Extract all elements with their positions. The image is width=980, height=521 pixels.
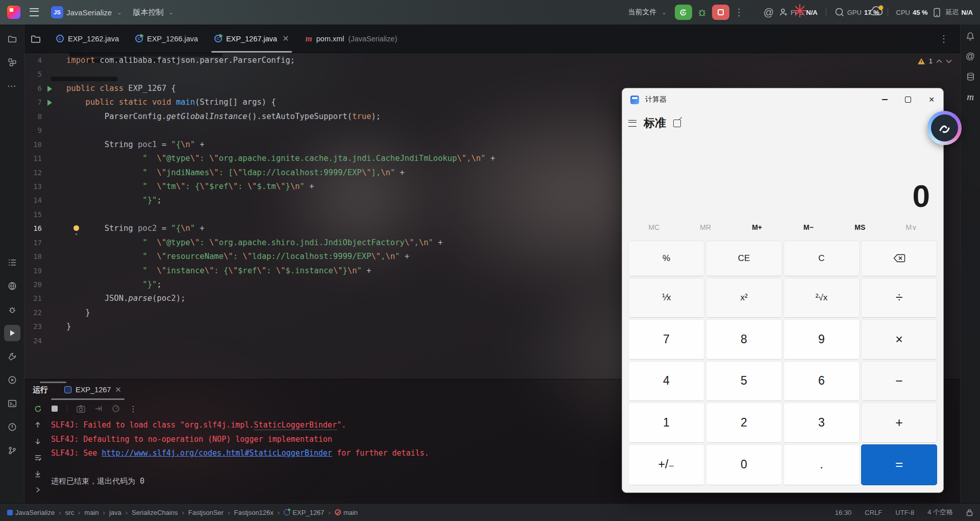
line-number[interactable]: 7	[24, 96, 42, 109]
tab-close-icon[interactable]: ✕	[282, 34, 289, 43]
ai-assistant-icon[interactable]: @	[966, 51, 975, 62]
select-in-project-icon[interactable]	[31, 34, 41, 44]
run-line-icon[interactable]	[42, 96, 57, 109]
indent-setting[interactable]: 4 个空格	[927, 508, 953, 517]
calc-key-3[interactable]: 3	[783, 402, 860, 443]
breadcrumb-item[interactable]: main	[84, 509, 99, 516]
scroll-to-end-icon[interactable]	[34, 470, 41, 478]
run-tool-icon[interactable]	[4, 325, 20, 341]
build-tool-icon[interactable]	[4, 348, 20, 365]
console-more-icon[interactable]: ⋮	[129, 404, 137, 414]
calc-key-−[interactable]: −	[861, 361, 937, 401]
close-icon[interactable]: ✕	[115, 385, 121, 394]
line-number[interactable]: 24	[24, 334, 42, 348]
minimize-button[interactable]	[873, 88, 896, 111]
keep-on-top-icon[interactable]	[673, 120, 681, 127]
cursor-position[interactable]: 16:30	[835, 509, 852, 516]
line-number[interactable]: 9	[24, 124, 42, 137]
calc-key-6[interactable]: 6	[783, 361, 860, 401]
structure-tool-icon[interactable]	[4, 54, 20, 70]
editor-tab[interactable]: CEXP_1262.java	[48, 25, 127, 53]
line-number[interactable]: 19	[24, 264, 42, 278]
tab-options-icon[interactable]: ⋮	[939, 33, 949, 44]
line-number[interactable]: 14	[24, 194, 42, 207]
maximize-button[interactable]	[896, 88, 920, 111]
calc-memory-ms[interactable]: MS	[834, 223, 886, 231]
line-number[interactable]: 15	[24, 208, 42, 222]
calc-key-x²[interactable]: x²	[706, 278, 782, 318]
line-number[interactable]: 4	[24, 54, 42, 67]
calc-key-CE[interactable]: CE	[706, 241, 782, 276]
calculator-menu-icon[interactable]	[628, 120, 636, 127]
run-line-icon[interactable]	[42, 82, 57, 96]
services-tool-icon[interactable]	[4, 372, 20, 388]
calc-key-backspace[interactable]	[861, 241, 937, 276]
main-menu-icon[interactable]	[30, 8, 39, 16]
breadcrumb-item[interactable]: Fastjson126x	[234, 509, 273, 516]
project-tool-icon[interactable]	[4, 31, 20, 47]
calc-memory-m−[interactable]: M−	[782, 223, 834, 231]
line-number[interactable]: 16	[24, 222, 42, 235]
line-number[interactable]: 21	[24, 292, 42, 305]
breadcrumb-item[interactable]: JavaSerialize	[7, 509, 55, 516]
line-number[interactable]: 11	[24, 152, 42, 165]
debug-button[interactable]	[697, 8, 707, 17]
calc-key-2[interactable]: 2	[706, 402, 782, 443]
line-number[interactable]: 10	[24, 138, 42, 152]
line-number[interactable]: 18	[24, 250, 42, 264]
vcs-menu[interactable]: 版本控制 ⌄	[130, 6, 176, 19]
calculator-titlebar[interactable]: 计算器 ✕	[622, 88, 943, 111]
line-number[interactable]: 17	[24, 236, 42, 250]
calc-key-9[interactable]: 9	[783, 319, 860, 360]
line-number[interactable]: 20	[24, 278, 42, 292]
breadcrumb-item[interactable]: SerializeChains	[132, 509, 178, 516]
console-text[interactable]: StaticLoggerBinder	[254, 420, 337, 430]
plugins-tool-icon[interactable]	[4, 301, 20, 318]
lock-icon[interactable]	[966, 509, 973, 516]
inspection-widget[interactable]: 1	[917, 57, 952, 65]
swirl-icon[interactable]: @	[764, 7, 774, 18]
notifications-icon[interactable]	[966, 32, 975, 41]
more-tools-icon[interactable]: ⋯	[4, 78, 20, 94]
maven-tool-icon[interactable]: m	[967, 91, 974, 103]
code-line[interactable]: 4import com.alibaba.fastjson.parser.Pars…	[24, 54, 960, 67]
endpoints-tool-icon[interactable]	[4, 278, 20, 294]
line-number[interactable]: 8	[24, 110, 42, 124]
problems-tool-icon[interactable]	[4, 419, 20, 435]
git-tool-icon[interactable]	[4, 442, 20, 459]
editor-tab[interactable]: CEXP_1267.java✕	[206, 25, 297, 53]
breadcrumb-item[interactable]: main	[335, 509, 358, 516]
breadcrumb-item[interactable]: src	[65, 509, 74, 516]
calc-key-×[interactable]: ×	[861, 319, 937, 360]
calc-memory-m+[interactable]: M+	[731, 223, 783, 231]
calc-key-+[interactable]: +	[861, 402, 937, 443]
run-tab[interactable]: EXP_1267 ✕	[61, 380, 125, 400]
close-button[interactable]: ✕	[920, 88, 943, 111]
breadcrumb-item[interactable]: EXP_1267	[284, 509, 324, 516]
project-selector[interactable]: JS JavaSerialize ⌄	[48, 4, 125, 20]
line-number[interactable]: 6	[24, 82, 42, 96]
intellij-logo-icon[interactable]	[7, 6, 20, 19]
screenshot-button[interactable]	[77, 405, 85, 413]
calc-key-1[interactable]: 1	[628, 402, 704, 443]
terminal-tool-icon[interactable]	[4, 395, 20, 412]
calc-key-5[interactable]: 5	[706, 361, 782, 401]
file-encoding[interactable]: UTF-8	[895, 509, 914, 516]
calc-key-.[interactable]: .	[783, 444, 860, 486]
next-problem-icon[interactable]	[946, 59, 952, 63]
calc-key-÷[interactable]: ÷	[861, 278, 937, 318]
calc-key-²√x[interactable]: ²√x	[783, 278, 860, 318]
profiler-button[interactable]	[112, 405, 120, 413]
calc-key-8[interactable]: 8	[706, 319, 782, 360]
next-occurrence-icon[interactable]	[34, 438, 41, 445]
calc-key-=[interactable]: =	[861, 444, 937, 486]
todo-tool-icon[interactable]	[4, 254, 20, 271]
calc-key-4[interactable]: 4	[628, 361, 704, 401]
editor-tab[interactable]: mpom.xml (JavaSerialize)	[297, 25, 405, 53]
database-icon[interactable]	[966, 72, 975, 81]
prev-problem-icon[interactable]	[936, 59, 942, 63]
code-line[interactable]: 5	[24, 67, 960, 81]
breadcrumb-item[interactable]: java	[109, 509, 121, 516]
calc-key-⅟x[interactable]: ⅟x	[628, 278, 704, 318]
calc-key-%[interactable]: %	[628, 241, 704, 276]
